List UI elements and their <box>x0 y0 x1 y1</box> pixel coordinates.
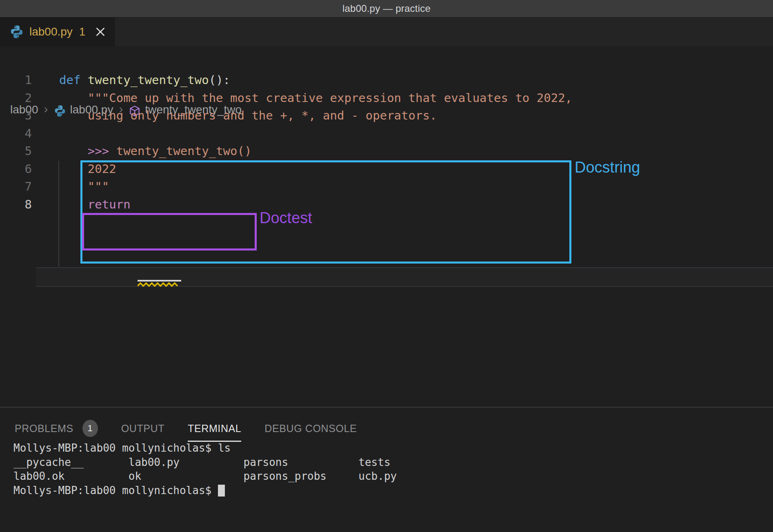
code-token: twenty_twenty_two() <box>109 144 251 158</box>
docstring-annotation-label: Docstring <box>575 159 640 176</box>
terminal-line: lab00.ok ok parsons_probs ucb.py <box>13 469 397 483</box>
code-token: """Come up with the most creative expres… <box>59 91 572 105</box>
code-token: >>> <box>88 144 109 158</box>
line-number[interactable]: 3 <box>0 107 32 125</box>
code-token <box>59 144 88 158</box>
terminal-line: Mollys-MBP:lab00 mollynicholas$ <box>13 483 397 498</box>
code-line-content: def twenty_twenty_two(): <box>59 71 230 89</box>
tab-filename: lab00.py <box>29 25 73 38</box>
line-number[interactable]: 7 <box>0 178 32 196</box>
code-line-5[interactable]: 5 >>> twenty_twenty_two() <box>0 142 773 160</box>
panel-tab-terminal[interactable]: TERMINAL <box>188 423 241 437</box>
panel-tab-output[interactable]: OUTPUT <box>121 423 164 437</box>
line-number[interactable]: 2 <box>0 89 32 107</box>
terminal-cursor <box>218 485 225 497</box>
problems-count-badge: 1 <box>82 420 98 437</box>
panel-tab-problems[interactable]: PROBLEMS1 <box>15 420 98 439</box>
terminal-line: Mollys-MBP:lab00 mollynicholas$ ls <box>13 441 397 455</box>
panel-tab-label: OUTPUT <box>121 423 164 434</box>
vscode-window: lab00.py — practice lab00.py 1 lab00›lab… <box>0 0 773 532</box>
terminal-line: __pycache__ lab00.py parsons tests <box>13 455 397 470</box>
tab-problem-count-badge: 1 <box>79 26 85 38</box>
tab-lab00-py[interactable]: lab00.py 1 <box>0 18 115 46</box>
code-line-content: >>> twenty_twenty_two() <box>59 142 251 160</box>
line-number[interactable]: 4 <box>0 125 32 143</box>
code-line-4[interactable]: 4 <box>0 125 773 143</box>
code-line-3[interactable]: 3 using only numbers and the +, *, and -… <box>0 107 773 125</box>
code-token: (): <box>209 73 230 87</box>
panel-tab-label: PROBLEMS <box>15 423 73 434</box>
python-file-icon <box>10 25 24 39</box>
window-title: lab00.py — practice <box>342 3 431 14</box>
tab-close-icon[interactable] <box>94 26 107 38</box>
line-number[interactable]: 8 <box>0 196 32 214</box>
code-line-2[interactable]: 2 """Come up with the most creative expr… <box>0 89 773 107</box>
code-token <box>80 73 87 87</box>
doctest-annotation-box <box>82 213 257 250</box>
code-token: twenty_twenty_two <box>88 73 209 87</box>
doctest-annotation-label: Doctest <box>260 209 312 227</box>
line-number[interactable]: 6 <box>0 160 32 178</box>
line-number[interactable]: 5 <box>0 142 32 160</box>
warning-squiggle <box>138 282 178 287</box>
code-token: def <box>59 73 80 87</box>
line-number[interactable]: 1 <box>0 71 32 89</box>
terminal[interactable]: Mollys-MBP:lab00 mollynicholas$ ls__pyca… <box>13 441 397 497</box>
code-line-content: using only numbers and the +, *, and - o… <box>59 107 437 125</box>
code-line-content: """Come up with the most creative expres… <box>59 89 572 107</box>
code-editor[interactable]: lab00›lab00.py›twenty_twenty_two 1def tw… <box>0 46 773 407</box>
panel-tab-label: TERMINAL <box>188 423 241 434</box>
panel-tab-bar: PROBLEMS1OUTPUTTERMINALDEBUG CONSOLE <box>15 420 357 439</box>
panel-tab-debug-console[interactable]: DEBUG CONSOLE <box>264 423 357 437</box>
whitespace-highlight <box>138 280 181 282</box>
panel-tab-label: DEBUG CONSOLE <box>264 423 357 434</box>
code-line-1[interactable]: 1def twenty_twenty_two(): <box>0 71 773 89</box>
code-token: using only numbers and the +, *, and - o… <box>59 109 437 122</box>
editor-tab-bar: lab00.py 1 <box>0 18 773 46</box>
bottom-panel: PROBLEMS1OUTPUTTERMINALDEBUG CONSOLE Mol… <box>0 407 773 532</box>
window-titlebar[interactable]: lab00.py — practice <box>0 0 773 18</box>
